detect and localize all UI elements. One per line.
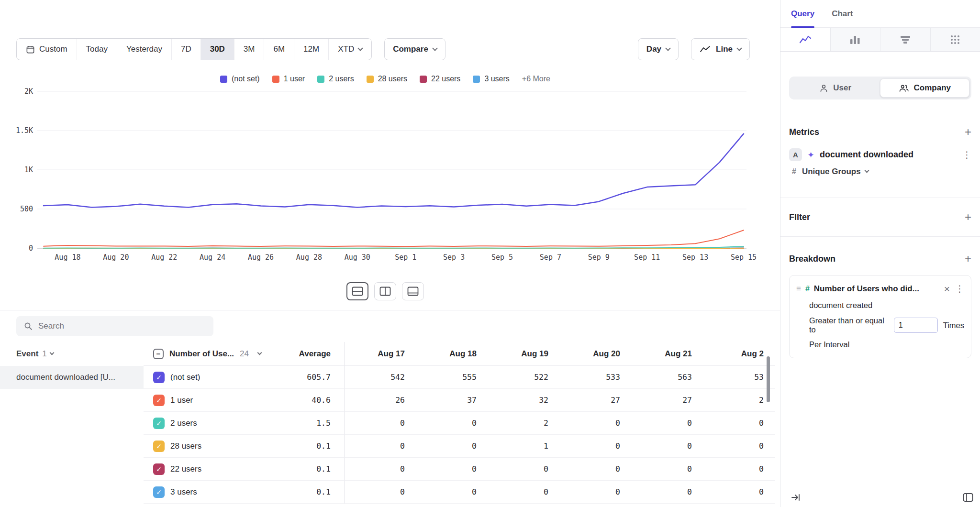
legend-swatch [317,76,324,83]
user-icon [819,84,828,93]
date-column-header[interactable]: Aug 17 [345,342,416,366]
layout-split-horizontal-button[interactable] [346,282,368,300]
collapse-panel-icon[interactable] [791,493,801,502]
average-column-header[interactable]: Average [268,342,345,366]
metric-name[interactable]: document downloaded [820,150,957,160]
breakdown-event[interactable]: document created [796,301,964,310]
date-column-header[interactable]: Aug 21 [632,342,703,366]
aggregation-dropdown[interactable]: Unique Groups [802,167,869,176]
hash-icon: # [792,167,796,176]
date-column-header[interactable]: Aug 18 [416,342,488,366]
tab-bar-chart[interactable] [830,28,880,51]
group-column-header[interactable]: − Number of Use... 24 [144,342,268,366]
breakdown-kebab-icon[interactable]: ⋮ [955,283,964,294]
range-12m-button[interactable]: 12M [294,39,328,60]
add-metric-button[interactable]: + [965,126,971,138]
add-filter-button[interactable]: + [965,211,971,223]
table-row: ✓1 user40.626373227272 [0,389,775,412]
split-vertical-icon [379,287,391,296]
data-value: 0 [416,435,488,458]
metric-item[interactable]: A ✦ document downloaded ⋮ [789,148,971,161]
metric-kebab-icon[interactable]: ⋮ [962,149,971,160]
event-cell-empty [0,458,144,481]
x-axis-tick: Aug 22 [151,253,177,262]
data-value: 0 [560,435,632,458]
layout-split-vertical-button[interactable] [374,282,396,300]
company-icon [899,84,909,93]
bottom-panel-icon [407,287,419,296]
data-value: 0 [560,481,632,504]
date-column-header[interactable]: Aug 2 [703,342,775,366]
range-3m-button[interactable]: 3M [234,39,264,60]
toggle-company[interactable]: Company [880,78,970,98]
range-xtd-button[interactable]: XTD [328,39,371,60]
toggle-sidebar-icon[interactable] [963,493,973,502]
breakdown-property[interactable]: Number of Users who did... [814,284,940,294]
toggle-user[interactable]: User [791,78,880,98]
breakdown-section-header: Breakdown + [789,237,971,265]
sidebar-footer [791,493,973,502]
line-chart[interactable]: 05001K1.5K2KAug 18Aug 20Aug 22Aug 24Aug … [0,86,770,264]
data-value: 0 [560,412,632,435]
row-label: 28 users [170,441,201,451]
tab-funnel-chart[interactable] [880,28,930,51]
drag-handle-icon[interactable]: ≡ [796,284,801,294]
custom-range-button[interactable]: Custom [17,39,77,60]
legend-item[interactable]: 22 users [420,75,460,83]
range-6m-button[interactable]: 6M [264,39,294,60]
select-all-checkbox[interactable]: − [153,349,164,359]
event-list-item[interactable]: document downloaded [U... [0,366,144,389]
tab-more-chart-types[interactable] [930,28,980,51]
per-interval-dropdown[interactable]: Per Interval [796,340,964,349]
legend-swatch [473,76,480,83]
search-input[interactable] [38,321,206,331]
data-value: 0 [703,481,775,504]
range-yesterday-button[interactable]: Yesterday [117,39,171,60]
event-column-header[interactable]: Event 1 [0,342,144,366]
range-today-button[interactable]: Today [77,39,117,60]
date-column-header[interactable]: Aug 19 [488,342,560,366]
row-checkbox[interactable]: ✓ [153,486,165,498]
layout-bottom-panel-button[interactable] [402,282,424,300]
tab-query[interactable]: Query [791,0,814,27]
row-checkbox[interactable]: ✓ [153,372,165,383]
legend-more-button[interactable]: +6 More [522,75,550,83]
row-label: 2 users [170,419,197,428]
chart-type-button[interactable]: Line [691,38,750,60]
data-value: 0 [416,458,488,481]
data-value: 0 [560,458,632,481]
granularity-button[interactable]: Day [638,38,679,60]
row-checkbox[interactable]: ✓ [153,418,165,429]
legend-item[interactable]: (not set) [220,75,260,83]
legend-item[interactable]: 1 user [272,75,305,83]
range-7d-button[interactable]: 7D [171,39,200,60]
search-box[interactable] [16,316,213,336]
range-30d-button[interactable]: 30D [200,39,234,60]
times-value-input[interactable] [894,318,938,333]
query-sidebar: Query Chart User [780,0,980,507]
data-value: 0 [345,435,416,458]
remove-breakdown-icon[interactable]: × [944,284,950,294]
row-checkbox[interactable]: ✓ [153,463,165,475]
data-value: 0 [345,481,416,504]
breakdown-condition[interactable]: Greater than or equal to [809,316,889,334]
grid-icon [950,34,960,45]
legend-item[interactable]: 3 users [473,75,509,83]
data-value: 0 [345,458,416,481]
data-value: 0 [703,458,775,481]
toggle-user-label: User [833,83,851,93]
legend-item[interactable]: 2 users [317,75,354,83]
compare-button[interactable]: Compare [384,38,445,60]
data-value: 2 [703,389,775,412]
row-checkbox[interactable]: ✓ [153,441,165,452]
row-checkbox[interactable]: ✓ [153,395,165,406]
tab-chart[interactable]: Chart [832,0,853,27]
tab-line-chart[interactable] [780,28,830,51]
data-value: 522 [488,366,560,389]
group-cell: ✓22 users [144,458,268,481]
legend-item[interactable]: 28 users [367,75,407,83]
add-breakdown-button[interactable]: + [965,253,971,265]
date-column-header[interactable]: Aug 20 [560,342,632,366]
table-scrollbar[interactable] [767,356,770,402]
legend-label: 28 users [378,75,407,83]
